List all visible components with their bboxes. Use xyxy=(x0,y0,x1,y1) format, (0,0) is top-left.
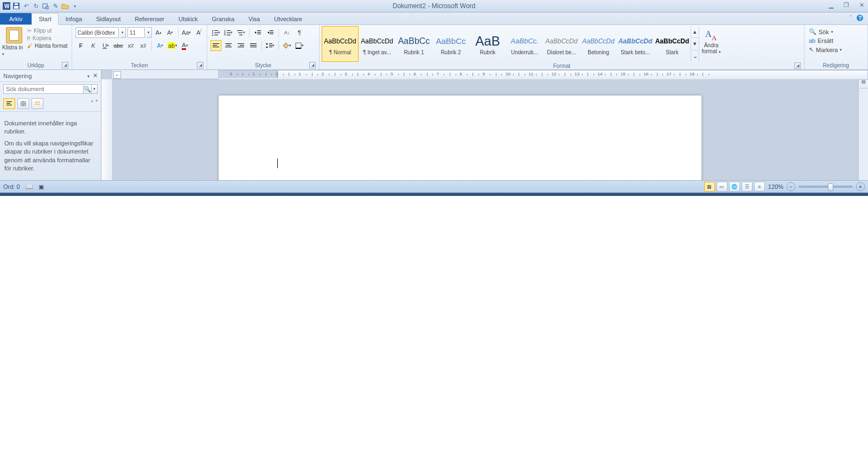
navpane-tab-pages[interactable] xyxy=(17,98,29,109)
sort-button[interactable]: A↓ xyxy=(282,27,292,38)
zoom-level[interactable]: 120% xyxy=(768,183,783,190)
tab-home[interactable]: Start xyxy=(31,13,58,25)
zoom-in-button[interactable]: + xyxy=(856,182,865,191)
change-styles-button[interactable]: AA Ändra format ▾ xyxy=(699,26,723,62)
tab-review[interactable]: Granska xyxy=(205,13,241,24)
align-center-button[interactable] xyxy=(223,40,234,51)
style-item-4[interactable]: AaBRubrik xyxy=(469,26,506,62)
bold-button[interactable]: F xyxy=(75,40,86,51)
highlight-button[interactable]: ab▾ xyxy=(167,40,178,51)
style-item-5[interactable]: AaBbCc.Underrub... xyxy=(506,26,543,62)
qat-btn-1[interactable] xyxy=(41,2,50,10)
ruler-vertical[interactable] xyxy=(101,79,113,180)
close-button[interactable]: ✕ xyxy=(857,1,866,9)
style-item-3[interactable]: AaBbCcRubrik 2 xyxy=(432,26,469,62)
style-item-2[interactable]: AaBbCcRubrik 1 xyxy=(395,26,432,62)
minimize-button[interactable]: ▁ xyxy=(827,1,835,9)
style-gallery[interactable]: AaBbCcDd¶ NormalAaBbCcDd¶ Inget av...AaB… xyxy=(322,26,691,62)
paste-button[interactable]: Klistra in ▾ xyxy=(2,26,26,61)
align-left-button[interactable] xyxy=(210,40,221,51)
navpane-close[interactable]: ✕ xyxy=(93,72,98,79)
view-full-reading[interactable]: ▭ xyxy=(717,182,727,192)
style-item-7[interactable]: AaBbCcDdBetoning xyxy=(580,26,617,62)
navpane-search-input[interactable] xyxy=(3,84,84,94)
tab-developer[interactable]: Utvecklare xyxy=(267,13,309,24)
styles-scroll-down[interactable]: ▾ xyxy=(691,38,699,50)
replace-button[interactable]: abErsätt xyxy=(807,36,865,45)
numbering-button[interactable]: 123▾ xyxy=(223,27,234,38)
tab-selector[interactable]: ⌐ xyxy=(113,71,121,79)
shrink-font-button[interactable]: A▾ xyxy=(165,27,176,38)
font-name-input[interactable]: Calibri (Brödtex xyxy=(75,27,119,38)
grow-font-button[interactable]: A▴ xyxy=(154,27,164,38)
ribbon-minimize-icon[interactable]: ˆ xyxy=(850,15,852,21)
document-page[interactable] xyxy=(219,96,701,180)
view-outline[interactable]: ☰ xyxy=(742,182,752,192)
qat-open-button[interactable] xyxy=(61,2,69,10)
show-marks-button[interactable]: ¶ xyxy=(294,27,305,38)
zoom-slider[interactable] xyxy=(799,186,853,188)
view-draft[interactable]: ≡ xyxy=(754,182,765,192)
navpane-prev[interactable]: ▴ xyxy=(91,98,93,109)
decrease-indent-button[interactable] xyxy=(252,27,263,38)
navpane-search-button[interactable]: 🔍 xyxy=(84,84,92,94)
borders-button[interactable]: ▾ xyxy=(294,40,305,51)
font-color-button[interactable]: A▾ xyxy=(180,40,190,51)
view-web-layout[interactable]: 🌐 xyxy=(729,182,740,192)
tab-mailings[interactable]: Utskick xyxy=(171,13,205,24)
undo-button[interactable]: ↶ xyxy=(22,2,30,10)
cut-button[interactable]: ✂Klipp ut xyxy=(26,27,69,34)
help-icon[interactable]: ? xyxy=(856,14,864,22)
save-button[interactable] xyxy=(12,2,21,10)
multilevel-list-button[interactable]: ▾ xyxy=(235,27,246,38)
page-area[interactable] xyxy=(113,79,858,180)
spell-check-icon[interactable]: 📖 xyxy=(25,183,33,190)
view-print-layout[interactable]: ▦ xyxy=(704,182,715,192)
redo-button[interactable]: ↻ xyxy=(31,2,40,10)
shading-button[interactable]: ▾ xyxy=(282,40,292,51)
italic-button[interactable]: K xyxy=(88,40,99,51)
style-item-1[interactable]: AaBbCcDd¶ Inget av... xyxy=(359,26,395,62)
navpane-menu[interactable]: ▾ xyxy=(87,74,90,79)
tab-pagelayout[interactable]: Sidlayout xyxy=(89,13,127,24)
tab-view[interactable]: Visa xyxy=(241,13,267,24)
superscript-button[interactable]: x2 xyxy=(138,40,149,51)
zoom-out-button[interactable]: − xyxy=(787,182,795,191)
font-size-input[interactable]: 11 xyxy=(127,27,145,38)
bullets-button[interactable]: ▾ xyxy=(210,27,221,38)
style-item-0[interactable]: AaBbCcDd¶ Normal xyxy=(322,26,359,62)
navpane-search-menu[interactable]: ▾ xyxy=(92,84,98,94)
style-item-9[interactable]: AaBbCcDdStark xyxy=(654,26,691,62)
clear-formatting-button[interactable]: A⧸ xyxy=(193,27,203,38)
subscript-button[interactable]: x2 xyxy=(125,40,136,51)
text-effects-button[interactable]: A▾ xyxy=(155,40,165,51)
navpane-tab-headings[interactable] xyxy=(3,98,15,109)
line-spacing-button[interactable]: ▾ xyxy=(265,40,276,51)
font-dialog-launcher[interactable]: ◢ xyxy=(197,62,203,68)
copy-button[interactable]: ⎘Kopiera xyxy=(26,35,69,42)
navpane-next[interactable]: ▾ xyxy=(95,98,98,109)
qat-customize[interactable]: ▾ xyxy=(71,2,79,10)
increase-indent-button[interactable] xyxy=(265,27,276,38)
vertical-scrollbar[interactable]: ▤ xyxy=(858,79,868,180)
align-right-button[interactable] xyxy=(235,40,246,51)
style-item-8[interactable]: AaBbCcDdStark beto... xyxy=(617,26,654,62)
tab-references[interactable]: Referenser xyxy=(128,13,171,24)
font-size-dropdown[interactable]: ▾ xyxy=(146,27,152,38)
format-painter-button[interactable]: 🖌Hämta format xyxy=(26,42,69,49)
strikethrough-button[interactable]: abc xyxy=(113,40,124,51)
styles-dialog-launcher[interactable]: ◢ xyxy=(794,62,801,69)
word-icon[interactable]: W xyxy=(2,2,11,10)
style-item-6[interactable]: AaBbCcDdDiskret be... xyxy=(543,26,580,62)
navpane-tab-results[interactable] xyxy=(31,98,43,109)
select-button[interactable]: ↖Markera ▾ xyxy=(807,45,865,54)
change-case-button[interactable]: Aa▾ xyxy=(181,27,192,38)
tab-file[interactable]: Arkiv xyxy=(0,13,31,24)
font-name-dropdown[interactable]: ▾ xyxy=(120,27,126,38)
justify-button[interactable] xyxy=(248,40,259,51)
clipboard-dialog-launcher[interactable]: ◢ xyxy=(62,62,68,68)
macro-icon[interactable]: ▣ xyxy=(39,183,44,190)
styles-scroll-up[interactable]: ▴ xyxy=(691,26,699,38)
qat-btn-2[interactable]: ✎ xyxy=(51,2,60,10)
tab-insert[interactable]: Infoga xyxy=(59,13,90,24)
